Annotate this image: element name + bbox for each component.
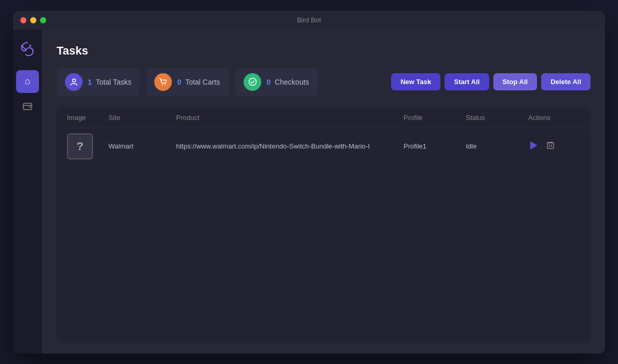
maximize-button[interactable] [40,17,46,23]
svg-point-4 [162,84,163,85]
stats-toolbar: 1 Total Tasks 0 Tot [57,68,590,96]
svg-point-6 [249,78,256,86]
delete-task-button[interactable] [545,139,556,153]
page-title: Tasks [57,44,590,58]
sidebar-item-tasks[interactable]: ⌂ [16,70,39,93]
table-body: ? Walmart https://www.walmart.com/ip/Nin… [57,128,590,343]
svg-rect-8 [547,143,554,149]
stop-all-button[interactable]: Stop All [493,73,538,90]
col-profile: Profile [404,114,466,122]
total-carts-label: Total Carts [185,78,220,86]
row-product: https://www.walmart.com/ip/Nintendo-Swit… [176,142,404,150]
carts-icon [154,73,172,91]
total-carts-badge: 0 Total Carts [146,68,229,96]
app-body: ⌂ Tasks [13,30,605,354]
table-row: ? Walmart https://www.walmart.com/ip/Nin… [57,128,590,165]
new-task-button[interactable]: New Task [391,73,440,90]
window-title: Bird Bot [297,16,321,24]
total-tasks-count: 1 [88,78,92,86]
col-product: Product [176,114,404,122]
col-actions: Actions [528,114,580,122]
svg-point-3 [72,79,75,82]
delete-all-button[interactable]: Delete All [541,73,590,90]
action-buttons: New Task Start All Stop All Delete All [391,73,590,90]
app-window: Bird Bot ⌂ [13,11,605,354]
svg-point-0 [29,45,31,47]
total-tasks-label: Total Tasks [96,78,131,86]
total-tasks-text: 1 Total Tasks [88,78,131,86]
checkouts-icon [244,73,261,91]
col-image: Image [67,114,109,122]
col-status: Status [466,114,528,122]
product-image: ? [67,133,93,159]
minimize-button[interactable] [30,17,36,23]
start-task-button[interactable] [528,139,540,154]
sidebar: ⌂ [13,30,42,354]
col-site: Site [109,114,176,122]
titlebar: Bird Bot [13,11,605,30]
row-site: Walmart [109,142,176,150]
total-tasks-badge: 1 Total Tasks [57,68,140,96]
checkouts-count: 0 [266,78,271,86]
svg-point-5 [165,84,166,85]
home-icon: ⌂ [25,76,31,87]
wallet-icon [22,101,33,114]
row-status: Idle [466,142,528,150]
row-actions [528,139,580,154]
svg-rect-2 [29,106,31,107]
row-profile: Profile1 [404,142,466,150]
traffic-lights [20,17,46,23]
tasks-table: Image Site Product Profile Status Action… [57,107,590,343]
sidebar-item-profiles[interactable] [16,96,39,119]
tasks-icon [65,73,83,91]
checkouts-text: 0 Checkouts [266,78,309,86]
checkouts-badge: 0 Checkouts [235,68,318,96]
svg-rect-1 [23,103,32,110]
total-carts-count: 0 [177,78,181,86]
checkouts-label: Checkouts [275,78,309,86]
logo-area [14,36,41,63]
start-all-button[interactable]: Start All [445,73,489,90]
app-logo [18,40,37,59]
close-button[interactable] [20,17,26,23]
main-content: Tasks 1 Total Tasks [42,30,605,354]
svg-marker-7 [530,141,538,150]
total-carts-text: 0 Total Carts [177,78,220,86]
table-header: Image Site Product Profile Status Action… [57,107,590,128]
